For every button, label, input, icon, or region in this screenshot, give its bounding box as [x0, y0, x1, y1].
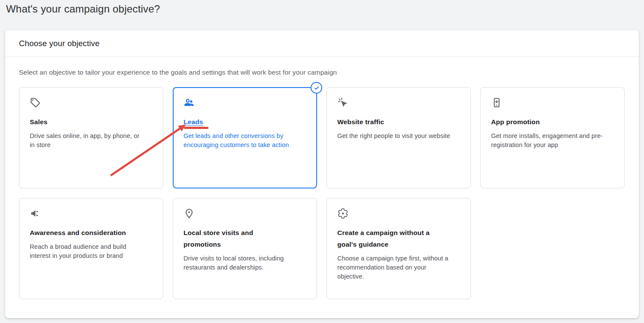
panel-subtitle: Select an objective to tailor your exper… [19, 69, 625, 76]
map-pin-icon [184, 208, 195, 219]
objective-description-no-goal: Choose a campaign type first, without a … [337, 254, 453, 281]
objective-title-no-goal: Create a campaign without a goal's guida… [337, 227, 443, 250]
objective-card-no-goal[interactable]: Create a campaign without a goal's guida… [327, 198, 471, 299]
people-icon [184, 97, 195, 108]
objective-description-sales: Drive sales online, in app, by phone, or… [30, 132, 145, 150]
phone-install-icon [491, 97, 502, 108]
objective-title-sales: Sales [30, 116, 135, 128]
objective-title-website-traffic: Website traffic [337, 116, 443, 128]
panel-header: Choose your objective [5, 30, 639, 57]
objective-grid: Sales Drive sales online, in app, by pho… [19, 87, 625, 299]
check-circle-icon [311, 82, 322, 94]
objective-title-leads: Leads [184, 116, 203, 128]
gear-icon [337, 208, 348, 219]
objective-description-website-traffic: Get the right people to visit your websi… [337, 132, 453, 141]
page-title: What's your campaign objective? [6, 3, 644, 15]
objective-card-awareness[interactable]: Awareness and consideration Reach a broa… [19, 198, 163, 299]
panel-header-title: Choose your objective [19, 39, 100, 48]
objective-title-local-store: Local store visits and promotions [184, 227, 289, 250]
objective-description-leads: Get leads and other conversions by encou… [184, 132, 299, 150]
objective-description-local-store: Drive visits to local stores, including … [184, 254, 299, 272]
objective-card-leads[interactable]: Leads Get leads and other conversions by… [173, 87, 317, 188]
objective-description-app-promotion: Get more installs, engagement and pre-re… [491, 132, 607, 150]
objective-card-app-promotion[interactable]: App promotion Get more installs, engagem… [480, 87, 625, 188]
cursor-click-icon [337, 97, 348, 108]
campaign-objective-page: What's your campaign objective? Choose y… [0, 3, 644, 15]
price-tag-icon [30, 97, 41, 108]
objective-card-website-traffic[interactable]: Website traffic Get the right people to … [327, 87, 471, 188]
objective-title-app-promotion: App promotion [491, 116, 597, 128]
objective-card-local-store[interactable]: Local store visits and promotions Drive … [173, 198, 317, 299]
megaphone-icon [30, 208, 41, 219]
objective-card-sales[interactable]: Sales Drive sales online, in app, by pho… [19, 87, 163, 188]
objective-title-awareness: Awareness and consideration [30, 227, 135, 238]
objective-description-awareness: Reach a broad audience and build interes… [30, 242, 145, 260]
choose-objective-panel: Choose your objective Select an objectiv… [5, 30, 639, 318]
panel-body: Select an objective to tailor your exper… [5, 57, 639, 317]
